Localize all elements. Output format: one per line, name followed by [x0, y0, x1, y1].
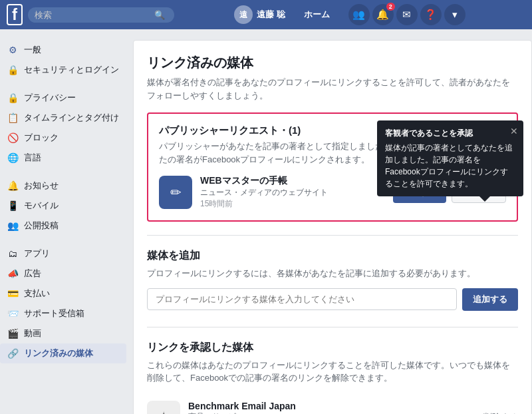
sidebar-group-privacy: 🔒 プライバシー 📋 タイムラインとタグ付け 🚫 ブロック 🌐 言語 — [0, 88, 126, 168]
sidebar-group-notifications: 🔔 お知らせ 📱 モバイル 👥 公開投稿 — [0, 176, 126, 236]
sidebar-label-general: 一般 — [24, 44, 41, 56]
linked-site-info: Benchmark Email Japan 商品・サービス 24日前 — [188, 401, 475, 415]
linked-media-section: リンクを承認した媒体 これらの媒体はあなたのプロフィールにリンクすることを許可し… — [147, 341, 518, 415]
sidebar-label-security: セキュリティとログイン — [24, 64, 119, 76]
sidebar-item-app[interactable]: 🗂 アプリ — [0, 244, 126, 264]
linked-icon-symbol: ✦ — [158, 409, 170, 415]
messages-icon-btn[interactable]: ✉ — [396, 4, 418, 25]
sidebar-item-timeline[interactable]: 📋 タイムラインとタグ付け — [0, 108, 126, 128]
linked-site-name: Benchmark Email Japan — [188, 401, 475, 411]
sidebar-label-support: サポート受信箱 — [24, 308, 84, 319]
mobile-icon: 📱 — [7, 200, 19, 212]
add-media-button[interactable]: 追加する — [462, 288, 518, 311]
sidebar-label-public: 公開投稿 — [24, 220, 59, 232]
sidebar-label-ad: 広告 — [24, 268, 41, 280]
sidebar-label-payment: 支払い — [24, 288, 50, 300]
sidebar-item-public[interactable]: 👥 公開投稿 — [0, 216, 126, 236]
sidebar-label-linked: リンク済みの媒体 — [24, 347, 93, 359]
help-icon-btn[interactable]: ❓ — [420, 4, 442, 25]
facebook-logo: f — [7, 4, 23, 26]
publisher-request-box: パブリッシャーリクエスト・(1) パブリッシャーがあなたを記事の著者として指定し… — [147, 112, 518, 222]
add-media-desc: プロフィールにリンクするには、各媒体があなたを記事に追加する必要があります。 — [147, 267, 518, 280]
sidebar-item-payment[interactable]: 💳 支払い — [0, 284, 126, 304]
linked-media-title: リンクを承認した媒体 — [147, 341, 518, 355]
sidebar-item-privacy[interactable]: 🔒 プライバシー — [0, 88, 126, 108]
support-icon: 📨 — [7, 308, 19, 319]
sidebar-item-ad[interactable]: 📣 広告 — [0, 264, 126, 284]
site-icon: ✏ — [159, 176, 192, 209]
page-description: 媒体が署名付きの記事をあなたのプロフィールにリンクすることを許可して、読者があな… — [147, 76, 518, 102]
sidebar-item-security[interactable]: 🔒 セキュリティとログイン — [0, 60, 126, 80]
home-button[interactable]: ホーム — [299, 6, 335, 23]
linked-media-desc: これらの媒体はあなたのプロフィールにリンクすることを許可した媒体です。いつでも媒… — [147, 359, 518, 385]
lock-icon: 🔒 — [7, 64, 19, 76]
friends-icon-btn[interactable]: 👥 — [348, 4, 370, 25]
nav-username: 遠藤 聡 — [257, 9, 285, 21]
add-media-input[interactable] — [147, 288, 457, 310]
sidebar-item-general[interactable]: ⚙ 一般 — [0, 40, 126, 60]
remove-linked-button[interactable]: 削除する — [483, 411, 518, 415]
tooltip-close-button[interactable]: ✕ — [510, 124, 518, 138]
sidebar-label-video: 動画 — [24, 327, 41, 339]
add-media-section: 媒体を追加 プロフィールにリンクするには、各媒体があなたを記事に追加する必要があ… — [147, 249, 518, 311]
video-icon: 🎬 — [7, 327, 19, 339]
privacy-icon: 🔒 — [7, 92, 19, 104]
sidebar-label-timeline: タイムラインとタグ付け — [24, 112, 119, 124]
tooltip-text: 媒体が記事の著者としてあなたを追加しました。記事の署名をFacebookプロフィ… — [385, 142, 515, 190]
sidebar-label-language: 言語 — [24, 152, 41, 164]
bell-icon: 🔔 — [7, 180, 19, 192]
sidebar-group-general: ⚙ 一般 🔒 セキュリティとログイン — [0, 40, 126, 80]
sidebar-item-video[interactable]: 🎬 動画 — [0, 323, 126, 343]
sidebar-label-notify: お知らせ — [24, 180, 59, 192]
sidebar-item-mobile[interactable]: 📱 モバイル — [0, 196, 126, 216]
public-icon: 👥 — [7, 220, 19, 232]
sidebar-item-language[interactable]: 🌐 言語 — [0, 148, 126, 168]
language-icon: 🌐 — [7, 152, 19, 164]
tooltip-box: ✕ 客観者であることを承認 媒体が記事の著者としてあなたを追加しました。記事の署… — [377, 120, 523, 196]
notifications-icon-btn[interactable]: 🔔 2 — [372, 4, 394, 25]
site-info: WEBマスターの手帳 ニュース・メディアのウェブサイト 15時間前 — [200, 175, 385, 210]
block-icon: 🚫 — [7, 132, 19, 144]
linked-site-item: ✦ Benchmark Email Japan 商品・サービス 24日前 削除す… — [147, 393, 518, 415]
page-title: リンク済みの媒体 — [147, 54, 518, 72]
divider-2 — [147, 327, 518, 327]
app-icon: 🗂 — [7, 248, 19, 260]
sidebar-label-app: アプリ — [24, 248, 50, 260]
timeline-icon: 📋 — [7, 112, 19, 124]
gear-icon: ⚙ — [7, 44, 19, 56]
site-icon-symbol: ✏ — [170, 184, 182, 200]
sidebar-item-support[interactable]: 📨 サポート受信箱 — [0, 304, 126, 323]
chevron-down-icon-btn[interactable]: ▾ — [444, 4, 466, 25]
top-navigation: f 🔍 遠 遠藤 聡 ホーム 👥 🔔 2 ✉ ❓ ▾ — [0, 0, 532, 29]
linked-site-actions: 削除する — [483, 411, 518, 415]
add-media-row: 追加する — [147, 288, 518, 311]
sidebar-item-linked[interactable]: 🔗 リンク済みの媒体 — [0, 343, 126, 363]
site-name: WEBマスターの手帳 — [200, 175, 385, 187]
linked-site-category: 商品・サービス — [188, 411, 475, 415]
nav-user[interactable]: 遠 遠藤 聡 — [234, 5, 285, 24]
site-time: 15時間前 — [200, 198, 385, 210]
search-icon: 🔍 — [154, 10, 165, 20]
sidebar-item-block[interactable]: 🚫 ブロック — [0, 128, 126, 148]
divider-1 — [147, 235, 518, 236]
nav-center: 遠 遠藤 聡 ホーム 👥 🔔 2 ✉ ❓ ▾ — [174, 4, 525, 25]
tooltip-title: 客観者であることを承認 — [385, 127, 515, 139]
sidebar-item-notify[interactable]: 🔔 お知らせ — [0, 176, 126, 196]
search-bar: 🔍 — [28, 7, 174, 23]
avatar: 遠 — [234, 5, 253, 24]
sidebar-label-block: ブロック — [24, 132, 59, 144]
main-content: リンク済みの媒体 媒体が署名付きの記事をあなたのプロフィールにリンクすることを許… — [133, 40, 532, 414]
ad-icon: 📣 — [7, 268, 19, 280]
site-category: ニュース・メディアのウェブサイト — [200, 187, 385, 198]
link-icon: 🔗 — [7, 347, 19, 359]
linked-site-icon: ✦ — [147, 401, 180, 415]
notification-badge: 2 — [386, 3, 395, 11]
sidebar: ⚙ 一般 🔒 セキュリティとログイン 🔒 プライバシー 📋 タイムラインとタグ付… — [0, 40, 133, 414]
sidebar-group-apps: 🗂 アプリ 📣 広告 💳 支払い 📨 サポート受信箱 🎬 動画 🔗 リン — [0, 244, 126, 363]
nav-icons: 👥 🔔 2 ✉ ❓ ▾ — [348, 4, 466, 25]
search-input[interactable] — [35, 10, 154, 20]
sidebar-label-privacy: プライバシー — [24, 92, 76, 104]
add-media-title: 媒体を追加 — [147, 249, 518, 263]
sidebar-label-mobile: モバイル — [24, 200, 59, 212]
payment-icon: 💳 — [7, 288, 19, 300]
